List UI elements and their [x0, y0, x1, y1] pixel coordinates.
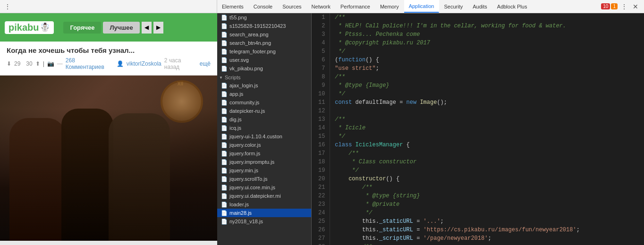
list-item[interactable]: 📄 s1525828-19152210423: [217, 22, 311, 30]
file-icon: 📄: [221, 125, 228, 131]
code-line: 8 /**: [312, 73, 644, 81]
file-name: search_btn4n.png: [229, 40, 271, 46]
list-item[interactable]: 📄 community.js: [217, 98, 311, 107]
nav-right-arrow[interactable]: ▶: [153, 22, 163, 34]
post-image: XII: [0, 76, 217, 241]
file-name: loader.js: [229, 202, 249, 207]
tab-application[interactable]: Application: [404, 0, 440, 13]
list-item[interactable]: 📄 jquery.ui.datepicker.mi: [217, 192, 311, 200]
code-line: 11 const defaultImage = new Image();: [312, 98, 644, 107]
code-panel: 1 /** 2 * HELP! Call police!!! I'm in th…: [312, 13, 644, 245]
file-icon: 📄: [221, 201, 228, 208]
vote-up-icon[interactable]: ⬆: [35, 60, 40, 67]
line-code: * Ptsss... Pechenka come: [330, 30, 644, 39]
list-item[interactable]: 📄 jquery.color.js: [217, 141, 311, 149]
tab-security[interactable]: Security: [439, 0, 468, 13]
more-tabs-icon[interactable]: ⋮: [619, 1, 630, 12]
list-item-selected[interactable]: 📄 main28.js: [217, 209, 311, 217]
line-number: 24: [312, 209, 330, 217]
tab-audits[interactable]: Audits: [468, 0, 492, 13]
line-number: 18: [312, 158, 330, 166]
file-name: jquery.impromptu.js: [229, 159, 274, 165]
file-name: app.js: [229, 91, 243, 97]
scripts-section-label[interactable]: ▼ Scripts: [217, 73, 311, 81]
file-name: s1525828-19152210423: [229, 23, 286, 29]
file-name: jquery.form.js: [229, 151, 260, 156]
close-devtools-icon[interactable]: ✕: [630, 1, 641, 12]
person-left: [9, 118, 66, 241]
list-item[interactable]: 📄 dig.js: [217, 115, 311, 124]
list-item[interactable]: 📄 jquery.min.js: [217, 166, 311, 175]
line-code: */: [330, 132, 644, 141]
file-name: user.svg: [229, 57, 249, 63]
tab-memory[interactable]: Memory: [375, 0, 404, 13]
list-item[interactable]: 📄 t55.png: [217, 13, 311, 22]
list-item[interactable]: 📄 datepicker-ru.js: [217, 107, 311, 115]
filetree-panel: 📄 t55.png 📄 s1525828-19152210423 📄 searc…: [217, 13, 312, 245]
file-name: main28.js: [229, 210, 252, 216]
code-line: 17 /**: [312, 149, 644, 158]
devtools-menu-icon[interactable]: ⋮: [2, 1, 13, 12]
list-item[interactable]: 📄 app.js: [217, 90, 311, 98]
tab-network[interactable]: Network: [307, 0, 336, 13]
tab-sources[interactable]: Sources: [278, 0, 306, 13]
post-area: Когда не хочешь чтобы тебя узнал... ⬇ 29…: [0, 42, 217, 76]
code-line: 23 * @private: [312, 200, 644, 209]
list-item[interactable]: 📄 telegram_footer.png: [217, 47, 311, 56]
line-number: 19: [312, 166, 330, 175]
code-line: 20 constructor() {: [312, 175, 644, 183]
more-link[interactable]: ещё: [200, 60, 211, 67]
comment-link[interactable]: 268 Комментариев: [66, 57, 114, 70]
list-item[interactable]: 📄 ajax_login.js: [217, 81, 311, 90]
nav-left-arrow[interactable]: ◀: [142, 22, 152, 34]
line-number: 7: [312, 64, 330, 73]
list-item[interactable]: 📄 jquery-ui-1.10.4.custon: [217, 132, 311, 141]
line-number: 9: [312, 81, 330, 90]
dash-sep: —: [57, 60, 63, 67]
line-code: /**: [330, 183, 644, 192]
list-item[interactable]: 📄 loader.js: [217, 200, 311, 209]
nav-hot-button[interactable]: Горячее: [63, 22, 101, 34]
list-item[interactable]: 📄 jquery.form.js: [217, 149, 311, 158]
code-line: 6 (function() {: [312, 56, 644, 64]
author-link[interactable]: viktorIZoskola: [127, 60, 161, 67]
line-code: /**: [330, 115, 644, 124]
tab-elements[interactable]: Elements: [217, 0, 249, 13]
tab-adblock[interactable]: Adblock Plus: [492, 0, 533, 13]
file-icon: 📄: [221, 184, 228, 191]
code-line: 15 */: [312, 132, 644, 141]
post-meta: ⬇ 29 30 ⬆ | 📷 — 268 Комментариев 👤 vikto…: [7, 57, 211, 70]
camera-icon[interactable]: 📷: [47, 60, 54, 67]
line-code: /**: [330, 73, 644, 81]
code-line: 28 /**: [312, 243, 644, 245]
nav-best-button[interactable]: Лучшее: [103, 22, 139, 34]
clock-numeral-top: XII: [178, 81, 183, 86]
line-code: this._scriptURL = '/page/newyear2018';: [330, 234, 644, 243]
list-item[interactable]: 📄 jquery.scrollTo.js: [217, 175, 311, 183]
tab-performance[interactable]: Performance: [336, 0, 375, 13]
vote-count-minus: 29: [14, 60, 20, 67]
file-icon: 📄: [221, 99, 228, 106]
line-number: 23: [312, 200, 330, 209]
code-line: 14 * Icicle: [312, 124, 644, 132]
list-item[interactable]: 📄 vk_pikabu.png: [217, 64, 311, 73]
code-line: 1 /**: [312, 13, 644, 22]
person-center: [61, 109, 113, 241]
code-line: 4 * @copyright pikabu.ru 2017: [312, 39, 644, 47]
tab-console[interactable]: Console: [249, 0, 278, 13]
list-item[interactable]: 📄 icq.js: [217, 124, 311, 132]
line-code: * @private: [330, 200, 644, 209]
list-item[interactable]: 📄 search_area.png: [217, 30, 311, 39]
list-item[interactable]: 📄 user.svg: [217, 56, 311, 64]
list-item[interactable]: 📄 search_btn4n.png: [217, 39, 311, 47]
list-item[interactable]: 📄 jquery.ui.core.min.js: [217, 183, 311, 192]
triangle-icon: ▼: [219, 76, 223, 80]
scripts-label: Scripts: [225, 75, 241, 80]
line-number: 2: [312, 22, 330, 30]
line-code: * @type {Image}: [330, 81, 644, 90]
list-item[interactable]: 📄 jquery.impromptu.js: [217, 158, 311, 166]
file-name: jquery.ui.core.min.js: [229, 185, 275, 190]
vote-down-icon[interactable]: ⬇: [7, 60, 11, 67]
list-item[interactable]: 📄 ny2018_v18.js: [217, 217, 311, 226]
line-code: const defaultImage = new Image();: [330, 98, 644, 107]
